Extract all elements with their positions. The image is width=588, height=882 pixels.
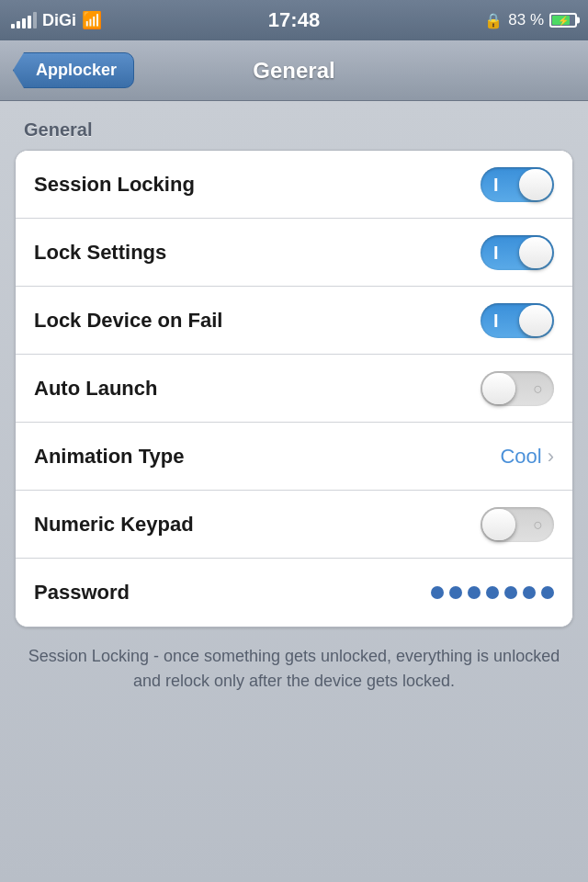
chevron-icon: › bbox=[548, 445, 554, 469]
auto-launch-toggle[interactable]: ○ bbox=[481, 371, 554, 406]
bar4 bbox=[28, 16, 31, 28]
status-right: 🔒 83 % ⚡ bbox=[484, 11, 577, 29]
lock-icon: 🔒 bbox=[484, 12, 503, 29]
toggle-thumb bbox=[482, 373, 515, 404]
battery-percent: 83 % bbox=[508, 11, 544, 29]
bar1 bbox=[11, 24, 15, 28]
row-password[interactable]: Password bbox=[16, 559, 572, 627]
lock-settings-toggle[interactable]: I bbox=[481, 235, 554, 270]
dot-7 bbox=[541, 586, 554, 599]
toggle-thumb bbox=[519, 169, 552, 200]
dot-1 bbox=[431, 586, 444, 599]
row-auto-launch[interactable]: Auto Launch ○ bbox=[16, 355, 572, 423]
row-numeric-keypad[interactable]: Numeric Keypad ○ bbox=[16, 491, 572, 559]
section-header: General bbox=[15, 119, 573, 150]
toggle-off-icon: ○ bbox=[533, 514, 543, 534]
settings-list: Session Locking I Lock Settings I Lock D… bbox=[15, 150, 573, 628]
row-animation-type[interactable]: Animation Type Cool › bbox=[16, 423, 572, 491]
password-label: Password bbox=[34, 581, 130, 605]
animation-type-label: Animation Type bbox=[34, 445, 184, 469]
password-dots bbox=[431, 586, 554, 599]
toggle-on-icon: I bbox=[493, 310, 499, 331]
toggle-thumb bbox=[519, 237, 552, 268]
session-locking-toggle[interactable]: I bbox=[481, 167, 554, 202]
dot-6 bbox=[523, 586, 536, 599]
page-content: General Session Locking I Lock Settings … bbox=[0, 101, 588, 882]
lock-device-toggle[interactable]: I bbox=[481, 303, 554, 338]
dot-4 bbox=[486, 586, 499, 599]
battery-bolt-icon: ⚡ bbox=[558, 16, 569, 26]
lock-device-label: Lock Device on Fail bbox=[34, 309, 222, 333]
nav-bar: Applocker General bbox=[0, 40, 588, 101]
battery-icon: ⚡ bbox=[549, 13, 577, 28]
status-bar: DiGi 📶 17:48 🔒 83 % ⚡ bbox=[0, 0, 588, 40]
numeric-keypad-toggle[interactable]: ○ bbox=[481, 507, 554, 542]
carrier-label: DiGi bbox=[42, 11, 76, 30]
back-button[interactable]: Applocker bbox=[13, 52, 134, 88]
numeric-keypad-label: Numeric Keypad bbox=[34, 513, 194, 537]
lock-settings-label: Lock Settings bbox=[34, 241, 166, 265]
toggle-off-icon: ○ bbox=[533, 379, 543, 398]
row-lock-settings[interactable]: Lock Settings I bbox=[16, 219, 572, 287]
signal-bars-icon bbox=[11, 12, 37, 28]
animation-type-text: Cool bbox=[500, 445, 541, 469]
dot-3 bbox=[468, 586, 481, 599]
row-session-locking[interactable]: Session Locking I bbox=[16, 151, 572, 219]
nav-title: General bbox=[253, 58, 334, 84]
bar2 bbox=[17, 21, 20, 28]
toggle-on-icon: I bbox=[493, 242, 499, 263]
footer-text: Session Locking - once something gets un… bbox=[15, 628, 573, 694]
bar5 bbox=[33, 12, 37, 28]
battery-container: ⚡ bbox=[549, 13, 577, 28]
row-lock-device-on-fail[interactable]: Lock Device on Fail I bbox=[16, 287, 572, 355]
toggle-on-icon: I bbox=[493, 174, 499, 195]
toggle-thumb bbox=[482, 509, 515, 540]
dot-5 bbox=[504, 586, 517, 599]
session-locking-label: Session Locking bbox=[34, 173, 195, 197]
bar3 bbox=[22, 18, 26, 28]
status-time: 17:48 bbox=[268, 8, 320, 32]
dot-2 bbox=[449, 586, 462, 599]
auto-launch-label: Auto Launch bbox=[34, 377, 157, 401]
wifi-icon: 📶 bbox=[82, 10, 102, 30]
status-left: DiGi 📶 bbox=[11, 10, 102, 30]
animation-type-value: Cool › bbox=[500, 445, 554, 469]
toggle-thumb bbox=[519, 305, 552, 336]
